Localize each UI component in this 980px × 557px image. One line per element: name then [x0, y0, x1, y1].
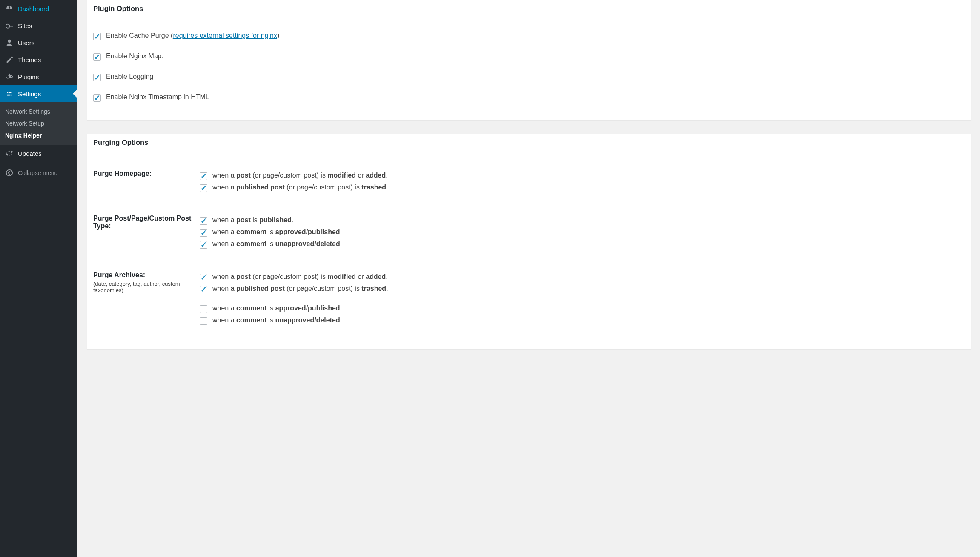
sidebar-item-label: Sites	[18, 22, 32, 29]
checkbox-label[interactable]: when a published post (or page/custom po…	[212, 184, 388, 191]
purge-homepage-row: Purge Homepage: when a post (or page/cus…	[93, 160, 965, 204]
purge-post-comment-approved-checkbox[interactable]	[200, 229, 207, 237]
settings-icon	[5, 89, 14, 98]
purge-post-comment-unapproved-checkbox[interactable]	[200, 241, 207, 249]
purge-archives-opt-modified: when a post (or page/custom post) is mod…	[200, 271, 965, 283]
panel-title: Purging Options	[87, 134, 971, 151]
collapse-menu-button[interactable]: Collapse menu	[0, 164, 77, 181]
purge-archives-row: Purge Archives: (date, category, tag, au…	[93, 261, 965, 337]
sidebar-item-dashboard[interactable]: Dashboard	[0, 0, 77, 17]
checkbox-label[interactable]: when a post (or page/custom post) is mod…	[212, 273, 388, 281]
purge-homepage-modified-checkbox[interactable]	[200, 172, 207, 180]
updates-icon	[5, 149, 14, 158]
purge-homepage-trashed-checkbox[interactable]	[200, 184, 207, 192]
themes-icon	[5, 55, 14, 64]
purging-options-panel: Purging Options Purge Homepage: when a p…	[87, 134, 971, 349]
purge-post-opt-comment-unapproved: when a comment is unapproved/deleted.	[200, 238, 965, 250]
enable-nginx-map-checkbox[interactable]	[93, 53, 101, 61]
settings-submenu: Network Settings Network Setup Nginx Hel…	[0, 102, 77, 145]
purge-archives-opt-comment-approved: when a comment is approved/published.	[200, 303, 965, 315]
sidebar-item-label: Themes	[18, 56, 41, 63]
purge-post-opt-published: when a post is published.	[200, 215, 965, 227]
submenu-item-nginx-helper[interactable]: Nginx Helper	[0, 129, 77, 141]
plugin-options-panel: Plugin Options Enable Cache Purge (requi…	[87, 0, 971, 120]
sidebar-item-label: Plugins	[18, 73, 39, 80]
submenu-item-network-settings[interactable]: Network Settings	[0, 106, 77, 118]
purge-archives-modified-checkbox[interactable]	[200, 274, 207, 281]
checkbox-label[interactable]: when a post is published.	[212, 216, 293, 224]
option-enable-nginx-timestamp: Enable Nginx Timestamp in HTML	[93, 87, 965, 108]
enable-nginx-timestamp-label[interactable]: Enable Nginx Timestamp in HTML	[106, 93, 209, 101]
option-enable-nginx-map: Enable Nginx Map.	[93, 46, 965, 67]
purge-post-published-checkbox[interactable]	[200, 217, 207, 225]
submenu-item-network-setup[interactable]: Network Setup	[0, 118, 77, 129]
option-enable-logging: Enable Logging	[93, 67, 965, 87]
checkbox-label[interactable]: when a comment is approved/published.	[212, 228, 342, 236]
enable-logging-checkbox[interactable]	[93, 74, 101, 81]
purge-archives-comment-approved-checkbox[interactable]	[200, 305, 207, 313]
users-icon	[5, 38, 14, 47]
checkbox-label[interactable]: when a comment is approved/published.	[212, 304, 342, 312]
checkbox-label[interactable]: when a post (or page/custom post) is mod…	[212, 172, 388, 179]
external-settings-link[interactable]: requires external settings for nginx	[173, 32, 277, 39]
purge-archives-sublabel: (date, category, tag, author, custom tax…	[93, 281, 200, 293]
admin-sidebar: Dashboard Sites Users Themes Plugins Set…	[0, 0, 77, 557]
sidebar-item-updates[interactable]: Updates	[0, 145, 77, 162]
enable-logging-label[interactable]: Enable Logging	[106, 73, 153, 80]
purge-archives-opt-trashed: when a published post (or page/custom po…	[200, 283, 965, 295]
checkbox-label[interactable]: when a published post (or page/custom po…	[212, 285, 388, 293]
checkbox-label[interactable]: when a comment is unapproved/deleted.	[212, 316, 342, 324]
enable-nginx-map-label[interactable]: Enable Nginx Map.	[106, 52, 163, 60]
svg-point-0	[6, 170, 12, 176]
panel-title: Plugin Options	[87, 0, 971, 17]
dashboard-icon	[5, 4, 14, 13]
option-enable-cache-purge: Enable Cache Purge (requires external se…	[93, 26, 965, 46]
sidebar-item-themes[interactable]: Themes	[0, 51, 77, 68]
sites-icon	[5, 21, 14, 30]
enable-cache-purge-checkbox[interactable]	[93, 33, 101, 40]
purge-archives-label: Purge Archives: (date, category, tag, au…	[93, 271, 200, 293]
purge-post-row: Purge Post/Page/Custom Post Type: when a…	[93, 204, 965, 261]
purge-homepage-opt-trashed: when a published post (or page/custom po…	[200, 182, 965, 194]
enable-cache-purge-label[interactable]: Enable Cache Purge (requires external se…	[106, 32, 279, 40]
purge-homepage-label: Purge Homepage:	[93, 170, 200, 178]
sidebar-item-plugins[interactable]: Plugins	[0, 68, 77, 85]
plugins-icon	[5, 72, 14, 81]
sidebar-item-label: Settings	[18, 90, 41, 98]
sidebar-item-settings[interactable]: Settings	[0, 85, 77, 102]
sidebar-item-sites[interactable]: Sites	[0, 17, 77, 34]
purge-homepage-opt-modified: when a post (or page/custom post) is mod…	[200, 170, 965, 182]
purge-post-opt-comment-approved: when a comment is approved/published.	[200, 227, 965, 238]
checkbox-label[interactable]: when a comment is unapproved/deleted.	[212, 240, 342, 248]
main-content: Plugin Options Enable Cache Purge (requi…	[77, 0, 980, 557]
purge-archives-comment-unapproved-checkbox[interactable]	[200, 317, 207, 325]
enable-nginx-timestamp-checkbox[interactable]	[93, 94, 101, 102]
purge-post-label: Purge Post/Page/Custom Post Type:	[93, 215, 200, 230]
purge-archives-opt-comment-unapproved: when a comment is unapproved/deleted.	[200, 315, 965, 327]
sidebar-item-label: Users	[18, 39, 34, 46]
purge-archives-trashed-checkbox[interactable]	[200, 286, 207, 293]
sidebar-item-users[interactable]: Users	[0, 34, 77, 51]
sidebar-item-label: Updates	[18, 150, 42, 157]
sidebar-item-label: Dashboard	[18, 5, 49, 12]
collapse-icon	[5, 169, 14, 177]
collapse-label: Collapse menu	[18, 169, 57, 176]
